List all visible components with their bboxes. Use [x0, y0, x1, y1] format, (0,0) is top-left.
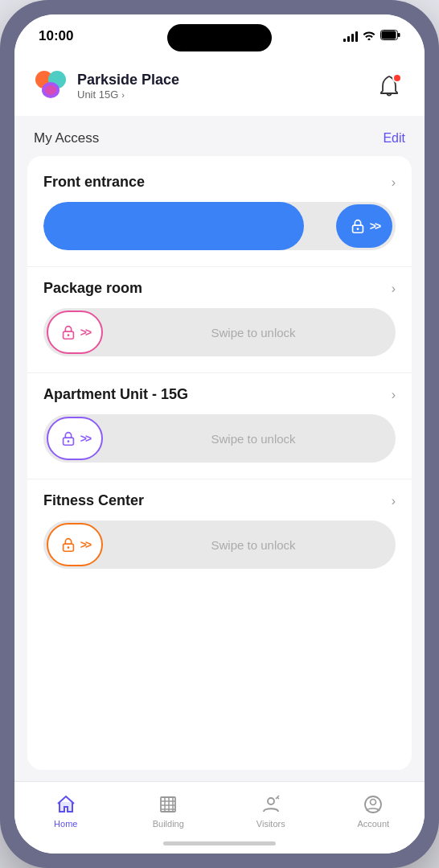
- status-bar: 10:00: [14, 14, 425, 58]
- swipe-handle-package-room[interactable]: >>: [47, 311, 103, 354]
- svg-point-10: [67, 334, 69, 336]
- lock-icon-front-entrance: [349, 217, 367, 235]
- lock-icon-package-room: [59, 323, 77, 341]
- swipe-handle-fitness-center[interactable]: >>: [47, 523, 103, 566]
- nav-label-home: Home: [54, 819, 77, 829]
- unit-label[interactable]: Unit 15G ›: [77, 88, 179, 101]
- svg-point-6: [45, 85, 56, 95]
- card-chevron-package-room: ›: [392, 282, 396, 296]
- nav-item-account[interactable]: Account: [322, 790, 425, 829]
- edit-button[interactable]: Edit: [383, 131, 405, 146]
- chevrons-package-room: >>: [80, 326, 90, 339]
- card-title-fitness-center: Fitness Center: [43, 492, 144, 509]
- swipe-text-package-room: Swipe to unlock: [211, 326, 295, 339]
- header-left: Parkside Place Unit 15G ›: [34, 69, 179, 103]
- swipe-handle-apartment-unit[interactable]: >>: [47, 417, 103, 460]
- access-card-fitness-center: Fitness Center › >> Swipe to unlo: [27, 479, 412, 585]
- account-nav-icon: [362, 793, 384, 816]
- swipe-text-fitness-center: Swipe to unlock: [211, 538, 295, 552]
- svg-rect-1: [398, 33, 400, 37]
- status-time: 10:00: [39, 28, 73, 44]
- nav-label-building: Building: [153, 819, 184, 829]
- nav-item-home[interactable]: Home: [14, 790, 117, 829]
- access-card-package-room: Package room › >> Swipe to unlock: [27, 267, 412, 373]
- building-icon: [158, 794, 178, 815]
- visitors-icon: [261, 794, 281, 815]
- lock-icon-fitness-center: [59, 536, 77, 553]
- bell-button[interactable]: [373, 70, 405, 102]
- signal-icon: [343, 31, 358, 42]
- home-indicator: [163, 841, 276, 845]
- card-title-front-entrance: Front entrance: [43, 174, 145, 191]
- bottom-nav: Home Building: [14, 781, 425, 854]
- wifi-icon: [363, 30, 375, 43]
- swipe-track-front-entrance[interactable]: >>: [43, 202, 396, 250]
- svg-point-22: [268, 798, 274, 804]
- battery-icon: [380, 30, 400, 43]
- card-header-fitness-center[interactable]: Fitness Center ›: [43, 492, 396, 509]
- swipe-track-package-room[interactable]: >> Swipe to unlock: [43, 308, 396, 356]
- nav-label-account: Account: [357, 819, 389, 829]
- visitors-nav-icon: [260, 793, 282, 816]
- bottom-spacer: [14, 770, 425, 781]
- swipe-track-fitness-center[interactable]: >> Swipe to unlock: [43, 520, 396, 569]
- swipe-handle-front-entrance[interactable]: >>: [336, 204, 392, 248]
- card-chevron-front-entrance: ›: [392, 175, 396, 190]
- svg-point-8: [356, 228, 359, 230]
- unit-chevron: ›: [121, 90, 125, 100]
- section-title: My Access: [34, 130, 99, 146]
- chevrons-fitness-center: >>: [80, 538, 90, 551]
- account-icon: [363, 794, 384, 815]
- status-icons: [343, 30, 400, 43]
- svg-point-14: [67, 546, 69, 549]
- phone-screen: 10:00: [14, 14, 425, 854]
- header-text: Parkside Place Unit 15G ›: [77, 72, 179, 101]
- card-chevron-apartment-unit: ›: [392, 388, 396, 402]
- swipe-track-apartment-unit[interactable]: >> Swipe to unlock: [43, 414, 396, 463]
- access-card-apartment-unit: Apartment Unit - 15G › >> Swipe t: [27, 373, 412, 479]
- card-header-apartment-unit[interactable]: Apartment Unit - 15G ›: [43, 386, 396, 403]
- dynamic-island: [167, 24, 272, 51]
- card-title-apartment-unit: Apartment Unit - 15G: [43, 386, 188, 403]
- cards-container: Front entrance › >>: [27, 156, 412, 770]
- app-header: Parkside Place Unit 15G ›: [14, 58, 425, 116]
- svg-point-24: [371, 800, 376, 805]
- card-chevron-fitness-center: ›: [392, 494, 396, 508]
- svg-point-12: [67, 440, 69, 442]
- swipe-text-apartment-unit: Swipe to unlock: [211, 432, 295, 446]
- section-header: My Access Edit: [14, 116, 425, 156]
- lock-icon-apartment-unit: [59, 430, 77, 447]
- swipe-fill-front-entrance: [43, 202, 304, 250]
- svg-rect-2: [382, 31, 396, 39]
- card-header-package-room[interactable]: Package room ›: [43, 280, 396, 297]
- nav-item-building[interactable]: Building: [117, 790, 220, 829]
- card-title-package-room: Package room: [43, 280, 142, 297]
- home-icon: [55, 794, 76, 815]
- chevrons-front-entrance: >>: [370, 220, 380, 232]
- nav-item-visitors[interactable]: Visitors: [220, 790, 322, 829]
- app-logo: [34, 69, 68, 103]
- phone-frame: 10:00: [0, 0, 439, 868]
- app-name: Parkside Place: [77, 72, 179, 88]
- access-card-front-entrance: Front entrance › >>: [27, 161, 412, 267]
- nav-label-visitors: Visitors: [256, 819, 285, 829]
- notification-badge: [392, 73, 402, 83]
- card-header-front-entrance[interactable]: Front entrance ›: [43, 174, 396, 191]
- app-content: Parkside Place Unit 15G ›: [14, 58, 425, 781]
- home-nav-icon: [55, 793, 77, 816]
- building-nav-icon: [157, 793, 179, 816]
- chevrons-apartment-unit: >>: [80, 432, 90, 445]
